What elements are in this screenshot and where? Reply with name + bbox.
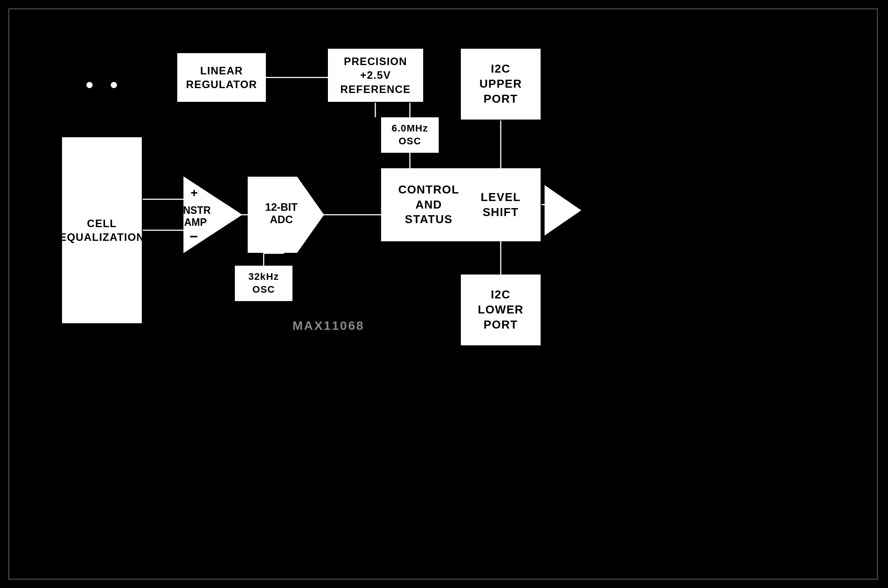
svg-text:+: + [191,186,198,200]
svg-text:ADC: ADC [270,213,293,225]
cell-equalization-label: CELL EQUALIZATION [59,217,145,244]
i2c-upper-block: I2CUPPERPORT [461,49,541,120]
osc-6mhz-label: 6.0MHzOSC [392,122,428,147]
osc-32khz-label: 32kHzOSC [248,271,279,296]
i2c-upper-label: I2CUPPERPORT [479,62,522,106]
svg-text:INSTR: INSTR [180,205,211,216]
diagram-container: + − INSTR AMP 12-BIT ADC [0,0,888,588]
chip-label: MAX11068 [292,319,364,333]
i2c-lower-block: I2CLOWERPORT [461,275,541,345]
dot-2 [111,82,117,88]
svg-text:12-BIT: 12-BIT [265,201,298,213]
dot-1 [86,82,93,88]
level-shift-output-triangle [545,186,580,235]
linear-regulator-block: LINEARREGULATOR [177,53,266,102]
level-shift-block: LEVELSHIFT [461,168,541,241]
precision-reference-label: PRECISION+2.5VREFERENCE [340,54,411,96]
precision-reference-block: PRECISION+2.5VREFERENCE [328,49,423,102]
i2c-lower-label: I2CLOWERPORT [478,287,523,332]
osc-32khz-block: 32kHzOSC [235,266,292,301]
linear-regulator-label: LINEARREGULATOR [186,64,257,91]
svg-text:AMP: AMP [184,217,206,228]
svg-text:−: − [190,228,198,244]
control-status-label: CONTROLANDSTATUS [398,182,460,227]
level-shift-label: LEVELSHIFT [481,190,521,220]
cell-equalization-block: CELL EQUALIZATION [62,137,142,323]
osc-6mhz-block: 6.0MHzOSC [381,117,439,153]
